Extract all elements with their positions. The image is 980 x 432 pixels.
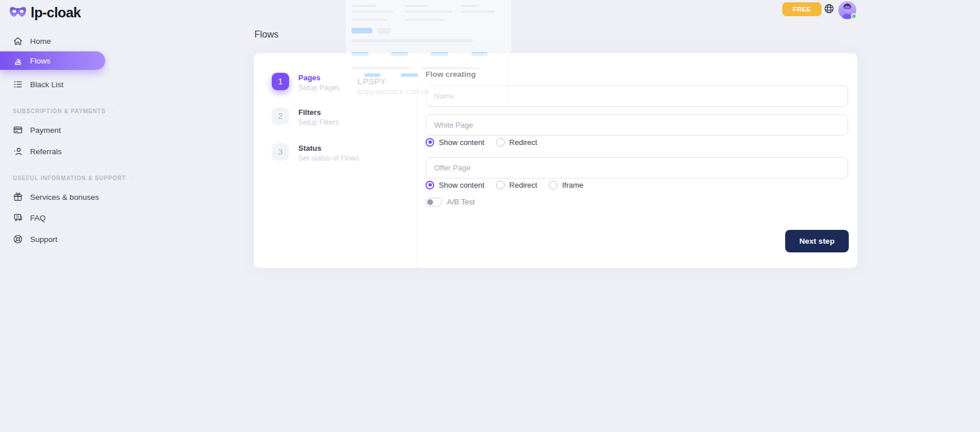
sidebar-item-label: Services & bonuses (30, 193, 99, 202)
offer-page-input[interactable] (426, 157, 848, 178)
step-subtitle: Setup Filters (298, 118, 339, 126)
white-page-mode-group: Show content Redirect (426, 137, 537, 147)
support-icon (13, 234, 23, 244)
mask-icon (9, 6, 27, 19)
step-title: Pages (298, 73, 340, 82)
step-number: 3 (272, 143, 289, 161)
radio-selected-icon (426, 181, 434, 189)
sidebar-item-label: Payment (30, 126, 61, 135)
radio-selected-icon (426, 138, 434, 147)
referrals-icon (13, 146, 23, 157)
flow-creating-card: 1 Pages Setup Pages 2 Filters Setup Filt… (254, 53, 857, 268)
language-globe-button[interactable] (824, 3, 834, 14)
radio-option-iframe[interactable]: Iframe (549, 181, 583, 189)
ab-test-toggle[interactable]: A/B Test (426, 197, 475, 207)
sidebar: lp-cloak Home Flows Black List SUBSC (0, 0, 105, 432)
sidebar-item-label: Flows (30, 57, 50, 65)
gift-icon (13, 192, 23, 202)
radio-unselected-icon (496, 181, 505, 189)
step-subtitle: Setup Pages (298, 84, 340, 92)
online-status-dot (851, 13, 857, 19)
radio-unselected-icon (496, 138, 505, 147)
step-filters[interactable]: 2 Filters Setup Filters (272, 107, 339, 126)
sidebar-item-flows[interactable]: Flows (0, 51, 105, 70)
sidebar-item-label: Black List (30, 80, 64, 89)
step-number: 2 (272, 107, 289, 125)
name-input[interactable] (426, 85, 848, 107)
app-root: lp-cloak Home Flows Black List SUBSC (0, 0, 980, 432)
section-label-text: USEFUL INFORMATION & SUPPORT (13, 175, 126, 181)
white-page-input[interactable] (426, 114, 848, 136)
step-subtitle: Set status of Flows (298, 154, 360, 162)
brand-logo[interactable]: lp-cloak (9, 5, 81, 21)
sidebar-item-label: FAQ (30, 214, 46, 222)
step-number: 1 (272, 73, 289, 90)
card-divider (417, 53, 417, 268)
sidebar-item-support[interactable]: Support (0, 229, 105, 249)
next-step-button[interactable]: Next step (785, 230, 849, 252)
toggle-track (426, 198, 442, 207)
home-icon (13, 36, 23, 46)
sidebar-item-label: Support (30, 235, 57, 244)
svg-text:?!: ?! (16, 215, 19, 219)
radio-label: Show content (439, 138, 485, 147)
section-label-support: USEFUL INFORMATION & SUPPORT (13, 174, 105, 181)
section-label-text: SUBSCRIPTION & PAYMENTS (13, 108, 106, 114)
radio-option-show-content[interactable]: Show content (426, 181, 485, 189)
step-status[interactable]: 3 Status Set status of Flows (272, 143, 360, 162)
toggle-label: A/B Test (447, 198, 475, 206)
faq-icon: ?! (13, 213, 23, 223)
step-title: Filters (298, 107, 339, 117)
toggle-knob (427, 199, 433, 205)
radio-option-show-content[interactable]: Show content (426, 138, 485, 147)
radio-label: Redirect (509, 181, 537, 189)
brand-name: lp-cloak (31, 5, 81, 21)
offer-page-mode-group: Show content Redirect Iframe (426, 180, 583, 189)
step-pages[interactable]: 1 Pages Setup Pages (272, 73, 340, 92)
sidebar-item-referrals[interactable]: Referrals (0, 141, 105, 161)
radio-label: Redirect (509, 138, 537, 147)
radio-option-redirect[interactable]: Redirect (496, 181, 537, 189)
sidebar-item-label: Referrals (30, 147, 62, 156)
radio-option-redirect[interactable]: Redirect (496, 138, 537, 147)
radio-unselected-icon (549, 181, 557, 189)
globe-icon (824, 3, 834, 14)
sidebar-item-payment[interactable]: Payment (0, 120, 105, 140)
user-avatar[interactable] (838, 1, 856, 19)
plan-badge-button[interactable]: FREE (782, 2, 822, 16)
step-title: Status (298, 143, 360, 152)
sidebar-item-black-list[interactable]: Black List (0, 75, 105, 94)
page-title: Flows (254, 29, 279, 40)
section-label-subscription: SUBSCRIPTION & PAYMENTS (13, 107, 105, 114)
sidebar-item-faq[interactable]: ?! FAQ (0, 208, 105, 228)
form-title: Flow creating (426, 70, 476, 79)
flows-icon (13, 55, 23, 66)
radio-label: Iframe (562, 181, 583, 189)
sidebar-item-label: Home (30, 37, 51, 46)
sidebar-item-home[interactable]: Home (0, 31, 105, 51)
sidebar-item-services[interactable]: Services & bonuses (0, 187, 105, 207)
blacklist-icon (13, 79, 23, 90)
radio-label: Show content (439, 181, 485, 189)
payment-icon (13, 125, 23, 135)
